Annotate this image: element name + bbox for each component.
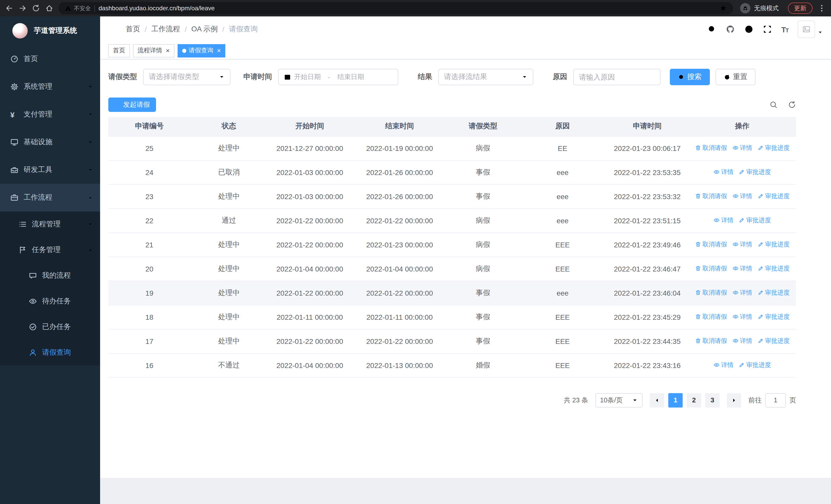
- sidebar-item-process-mgmt[interactable]: 流程管理: [0, 211, 100, 237]
- cell-start-time: 2022-01-03 00:00:00: [267, 160, 352, 184]
- sidebar-item-leave-query[interactable]: 请假查询: [0, 340, 100, 365]
- bookmark-star-icon[interactable]: [720, 5, 727, 12]
- header-operations: 操作: [688, 117, 796, 136]
- approval-progress-link[interactable]: 审批进度: [757, 289, 790, 297]
- detail-link[interactable]: 详情: [732, 144, 752, 152]
- browser-home-icon[interactable]: [45, 4, 53, 12]
- breadcrumb-home[interactable]: 首页: [126, 25, 140, 34]
- fullscreen-icon[interactable]: [763, 25, 772, 34]
- detail-link[interactable]: 详情: [732, 192, 752, 201]
- page-button-2[interactable]: 2: [687, 393, 701, 407]
- result-select[interactable]: 请选择流结果: [438, 69, 533, 85]
- approval-progress-link[interactable]: 审批进度: [757, 192, 790, 201]
- sidebar-item-payment-mgmt[interactable]: ¥ 支付管理: [0, 100, 100, 128]
- close-icon[interactable]: ×: [166, 47, 170, 54]
- github-icon[interactable]: [726, 25, 735, 34]
- apply-time-range-picker[interactable]: 开始日期 - 结束日期: [278, 69, 398, 85]
- approval-progress-link[interactable]: 审批进度: [757, 264, 790, 273]
- browser-menu-icon[interactable]: [818, 4, 826, 12]
- menu-fold-icon[interactable]: [108, 25, 118, 34]
- back-icon[interactable]: [5, 4, 13, 12]
- sidebar-item-todo-tasks[interactable]: 待办任务: [0, 289, 100, 314]
- font-size-icon[interactable]: TT: [781, 25, 789, 34]
- create-leave-button[interactable]: 发起请假: [108, 97, 156, 112]
- user-menu[interactable]: [798, 21, 823, 38]
- search-button[interactable]: 搜索: [670, 69, 710, 85]
- header-end-time: 结束时间: [352, 117, 447, 136]
- sidebar-item-my-process[interactable]: 我的流程: [0, 263, 100, 289]
- reason-input[interactable]: [579, 73, 655, 81]
- caret-down-icon: [818, 28, 823, 37]
- cell-status: 处理中: [191, 136, 267, 160]
- reset-button[interactable]: 重置: [716, 69, 755, 85]
- browser-update-button[interactable]: 更新: [788, 3, 812, 14]
- refresh-table-icon[interactable]: [788, 100, 796, 109]
- approval-progress-link[interactable]: 审批进度: [757, 240, 790, 249]
- toggle-search-icon[interactable]: [769, 100, 778, 109]
- forward-icon[interactable]: [19, 4, 27, 12]
- address-bar[interactable]: 不安全 dashboard.yudao.iocoder.cn/bpm/oa/le…: [58, 2, 733, 14]
- tab-label: 请假查询: [189, 46, 213, 55]
- detail-link[interactable]: 详情: [732, 337, 752, 346]
- cell-status: 处理中: [191, 233, 267, 257]
- sidebar-item-system-mgmt[interactable]: 系统管理: [0, 73, 100, 100]
- dashboard-icon: [10, 55, 19, 63]
- tab-process-detail[interactable]: 流程详情 ×: [133, 44, 174, 57]
- pagination: 共 23 条 10条/页 1 2 3 前往 页: [108, 393, 796, 407]
- approval-progress-link[interactable]: 审批进度: [757, 313, 790, 321]
- sidebar-item-workflow[interactable]: 工作流程: [0, 184, 100, 211]
- breadcrumb-oa-example[interactable]: OA 示例: [192, 25, 218, 34]
- approval-progress-link[interactable]: 审批进度: [757, 337, 790, 346]
- cell-reason: eee: [519, 208, 606, 233]
- approval-progress-link[interactable]: 审批进度: [757, 144, 790, 152]
- page-button-1[interactable]: 1: [668, 393, 683, 407]
- cancel-leave-link[interactable]: 取消请假: [695, 264, 727, 273]
- cancel-leave-link[interactable]: 取消请假: [695, 144, 727, 152]
- cell-start-time: 2022-01-03 00:00:00: [267, 184, 352, 208]
- reload-icon[interactable]: [32, 4, 40, 12]
- cancel-leave-link[interactable]: 取消请假: [695, 313, 727, 321]
- cell-reason: EEE: [519, 257, 606, 281]
- eye-icon: [713, 169, 720, 175]
- url-text: dashboard.yudao.iocoder.cn/bpm/oa/leave: [98, 5, 716, 12]
- sidebar-item-infrastructure[interactable]: 基础设施: [0, 128, 100, 156]
- help-icon[interactable]: [744, 25, 753, 34]
- next-page-button[interactable]: [727, 393, 741, 407]
- cancel-leave-link[interactable]: 取消请假: [695, 337, 727, 346]
- sidebar-item-dev-tools[interactable]: 研发工具: [0, 156, 100, 184]
- start-date-placeholder: 开始日期: [294, 72, 321, 82]
- goto-page-input[interactable]: [765, 393, 786, 407]
- breadcrumb-workflow[interactable]: 工作流程: [151, 25, 180, 34]
- approval-progress-link[interactable]: 审批进度: [739, 168, 771, 177]
- logo[interactable]: 芋道管理系统: [0, 17, 100, 45]
- cell-start-time: 2022-01-04 00:00:00: [267, 353, 352, 377]
- detail-link[interactable]: 详情: [732, 313, 752, 321]
- trash-icon: [695, 338, 701, 344]
- prev-page-button[interactable]: [650, 393, 664, 407]
- tab-label: 首页: [113, 46, 125, 55]
- cancel-leave-link[interactable]: 取消请假: [695, 192, 727, 201]
- close-icon[interactable]: ×: [217, 47, 221, 54]
- detail-link[interactable]: 详情: [732, 289, 752, 297]
- page-button-3[interactable]: 3: [705, 393, 720, 407]
- approval-progress-link[interactable]: 审批进度: [739, 361, 771, 369]
- detail-link[interactable]: 详情: [713, 216, 734, 225]
- sidebar-item-task-mgmt[interactable]: 任务管理: [0, 237, 100, 263]
- detail-link[interactable]: 详情: [732, 240, 752, 249]
- tab-leave-query[interactable]: 请假查询 ×: [177, 44, 225, 57]
- security-chip[interactable]: 不安全: [65, 4, 91, 12]
- cancel-leave-link[interactable]: 取消请假: [695, 240, 727, 249]
- sidebar-item-home[interactable]: 首页: [0, 45, 100, 73]
- detail-link[interactable]: 详情: [732, 264, 752, 273]
- page-size-select[interactable]: 10条/页: [595, 393, 642, 407]
- detail-link[interactable]: 详情: [713, 361, 734, 369]
- leave-type-select[interactable]: 请选择请假类型: [143, 69, 230, 85]
- cell-start-time: 2022-01-22 00:00:00: [267, 281, 352, 305]
- tab-home[interactable]: 首页: [108, 44, 130, 57]
- cell-leave-type: 事假: [447, 184, 519, 208]
- header-search-icon[interactable]: [707, 25, 717, 34]
- approval-progress-link[interactable]: 审批进度: [739, 216, 771, 225]
- cancel-leave-link[interactable]: 取消请假: [695, 289, 727, 297]
- sidebar-item-done-tasks[interactable]: 已办任务: [0, 314, 100, 340]
- detail-link[interactable]: 详情: [713, 168, 734, 177]
